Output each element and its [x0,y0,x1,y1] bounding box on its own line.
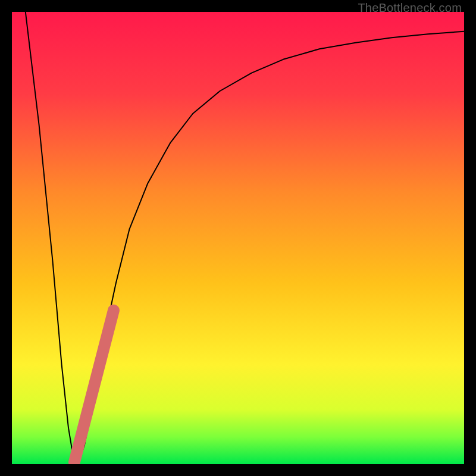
watermark-text: TheBottleneck.com [358,1,462,15]
plot-area [12,12,464,464]
chart-frame: TheBottleneck.com [0,0,476,476]
chart-lines [12,12,464,464]
highlight-marker [74,311,114,462]
